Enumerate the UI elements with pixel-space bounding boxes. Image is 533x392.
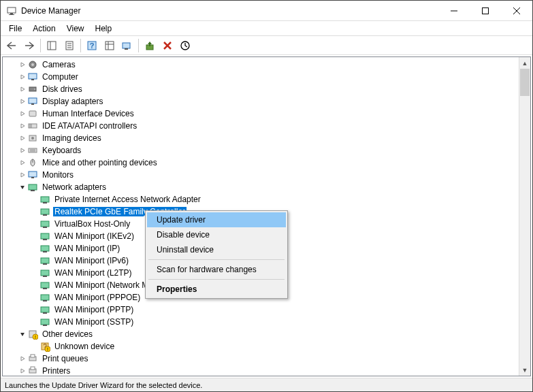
tree-item-printers[interactable]: Printers [3, 365, 530, 376]
context-menu-separator [148, 279, 285, 280]
svg-text:?: ? [90, 42, 95, 50]
update-driver-button[interactable] [142, 38, 158, 53]
properties-button[interactable] [61, 38, 78, 53]
tree-item-label: Unknown device [53, 342, 116, 351]
show-hide-console-tree-button[interactable] [44, 38, 60, 53]
tree-item-network-adapters[interactable]: Network adapters [3, 181, 530, 193]
tree-item-private-internet-access-network-adapter[interactable]: Private Internet Access Network Adapter [3, 193, 530, 206]
svg-rect-52 [43, 227, 47, 228]
tree-item-label: Network adapters [41, 182, 108, 192]
tree-item-other-devices[interactable]: !Other devices [3, 328, 530, 340]
network-icon [39, 194, 50, 205]
scroll-up-button[interactable]: ▲ [519, 57, 530, 69]
context-menu-scan-for-hardware-changes[interactable]: Scan for hardware changes [147, 262, 286, 277]
tree-item-computer[interactable]: Computer [3, 71, 530, 83]
context-menu-properties[interactable]: Properties [147, 282, 286, 297]
svg-rect-63 [41, 295, 49, 300]
svg-rect-47 [41, 197, 49, 202]
expand-icon[interactable] [18, 354, 27, 363]
back-button[interactable] [3, 38, 20, 53]
svg-rect-31 [31, 103, 34, 105]
svg-rect-55 [41, 246, 49, 251]
tree-item-disk-drives[interactable]: Disk drives [3, 83, 530, 95]
svg-rect-66 [43, 312, 47, 314]
close-button[interactable] [501, 1, 532, 20]
svg-rect-68 [43, 325, 47, 326]
tree-item-mice-and-other-pointing-devices[interactable]: Mice and other pointing devices [3, 157, 530, 169]
expand-icon[interactable] [18, 158, 27, 167]
scroll-track[interactable] [519, 69, 530, 364]
menu-view[interactable]: View [61, 22, 90, 35]
network-icon [39, 255, 50, 266]
scroll-thumb[interactable] [520, 69, 530, 96]
svg-rect-56 [43, 251, 47, 252]
expand-icon[interactable] [18, 366, 27, 376]
tree-item-imaging-devices[interactable]: Imaging devices [3, 132, 530, 144]
svg-rect-49 [41, 209, 49, 214]
tree-item-display-adapters[interactable]: Display adapters [3, 95, 530, 108]
expand-icon[interactable] [18, 109, 27, 118]
tree-item-ide-ata-atapi-controllers[interactable]: IDE ATA/ATAPI controllers [3, 120, 530, 132]
maximize-button[interactable] [470, 1, 501, 20]
minimize-button[interactable] [438, 1, 470, 20]
tree-item-wan-miniport-pptp-[interactable]: WAN Miniport (PPTP) [3, 304, 530, 316]
tree-item-label: Private Internet Access Network Adapter [53, 195, 202, 204]
tree-item-wan-miniport-sstp-[interactable]: WAN Miniport (SSTP) [3, 316, 530, 328]
tree-item-keyboards[interactable]: Keyboards [3, 144, 530, 157]
tree-item-print-queues[interactable]: Print queues [3, 353, 530, 365]
action-button[interactable] [101, 38, 118, 53]
vertical-scrollbar[interactable]: ▲ ▼ [519, 57, 530, 376]
tree-item-cameras[interactable]: Cameras [3, 59, 530, 71]
hid-icon [27, 108, 38, 119]
svg-rect-77 [31, 355, 35, 357]
tree-item-label: Mice and other pointing devices [41, 158, 159, 167]
svg-rect-43 [29, 172, 37, 177]
tree-item-label: Other devices [41, 329, 94, 339]
network-icon [27, 182, 38, 193]
tree-item-monitors[interactable]: Monitors [3, 169, 530, 181]
tree-item-human-interface-devices[interactable]: Human Interface Devices [3, 108, 530, 120]
display-icon [27, 96, 38, 107]
svg-text:!: ! [35, 335, 36, 340]
separator [138, 39, 139, 52]
context-menu: Update driverDisable deviceUninstall dev… [145, 210, 288, 299]
expand-icon[interactable] [18, 121, 27, 131]
scroll-down-button[interactable]: ▼ [519, 364, 530, 376]
toolbar: ? [1, 36, 532, 55]
expand-icon[interactable] [18, 60, 27, 69]
svg-rect-61 [41, 282, 49, 288]
svg-text:!: ! [47, 347, 48, 352]
uninstall-button[interactable] [159, 38, 176, 53]
expand-icon[interactable] [18, 84, 27, 94]
expand-icon[interactable] [18, 146, 27, 155]
expand-icon[interactable] [18, 133, 27, 143]
svg-rect-26 [29, 74, 37, 79]
scan-hardware-button[interactable] [119, 38, 135, 53]
tree-item-label: WAN Miniport (IP) [53, 244, 121, 253]
expand-icon[interactable] [18, 170, 27, 180]
menubar: File Action View Help [1, 21, 532, 36]
menu-help[interactable]: Help [90, 22, 118, 35]
collapse-icon[interactable] [18, 329, 27, 339]
expand-icon[interactable] [18, 97, 27, 106]
svg-rect-45 [29, 184, 37, 190]
context-menu-update-driver[interactable]: Update driver [147, 212, 286, 227]
svg-rect-54 [43, 239, 47, 240]
svg-rect-18 [123, 43, 130, 48]
context-menu-uninstall-device[interactable]: Uninstall device [147, 242, 286, 257]
forward-button[interactable] [21, 38, 37, 53]
tree-item-label: Disk drives [41, 84, 84, 94]
disable-button[interactable] [177, 38, 193, 53]
help-button[interactable]: ? [84, 38, 100, 53]
context-menu-disable-device[interactable]: Disable device [147, 227, 286, 242]
svg-rect-30 [29, 98, 37, 103]
menu-action[interactable]: Action [27, 22, 61, 35]
tree-item-unknown-device[interactable]: ?!Unknown device [3, 340, 530, 353]
expand-icon[interactable] [18, 72, 27, 82]
svg-rect-64 [43, 300, 47, 301]
tree-item-label: WAN Miniport (PPPOE) [53, 293, 142, 302]
tree-item-label: WAN Miniport (SSTP) [53, 317, 135, 327]
svg-rect-7 [48, 42, 56, 50]
collapse-icon[interactable] [18, 182, 27, 192]
menu-file[interactable]: File [3, 22, 27, 35]
